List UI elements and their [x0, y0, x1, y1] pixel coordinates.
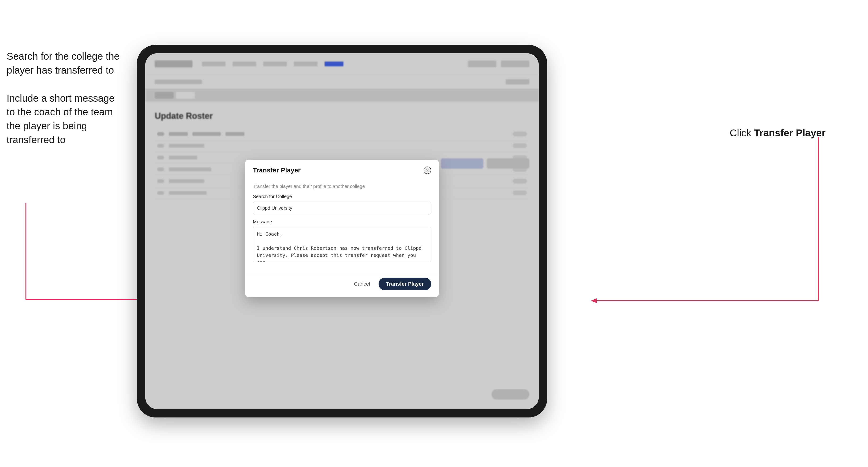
- search-college-input[interactable]: [253, 201, 431, 214]
- modal-title: Transfer Player: [253, 166, 301, 174]
- transfer-player-button[interactable]: Transfer Player: [379, 278, 431, 290]
- cancel-button[interactable]: Cancel: [350, 279, 374, 289]
- search-college-group: Search for College: [253, 194, 431, 214]
- tablet-screen: Update Roster: [145, 53, 539, 409]
- annotation-click-prefix: Click: [730, 127, 754, 138]
- annotation-right: Click Transfer Player: [730, 127, 826, 139]
- search-college-label: Search for College: [253, 194, 431, 199]
- svg-marker-5: [591, 299, 597, 303]
- modal-footer: Cancel Transfer Player: [245, 274, 439, 297]
- modal-subtitle: Transfer the player and their profile to…: [253, 184, 431, 189]
- message-group: Message: [253, 219, 431, 263]
- annotation-message-text: Include a short message to the coach of …: [7, 93, 115, 145]
- message-textarea[interactable]: [253, 227, 431, 262]
- modal-body: Transfer the player and their profile to…: [245, 178, 439, 274]
- annotation-left: Search for the college the player has tr…: [7, 50, 129, 147]
- transfer-player-modal[interactable]: Transfer Player × Transfer the player an…: [245, 160, 439, 297]
- annotation-search-text: Search for the college the player has tr…: [7, 51, 120, 76]
- tablet-frame: Update Roster: [137, 45, 547, 417]
- annotation-transfer-bold: Transfer Player: [754, 127, 826, 138]
- modal-close-button[interactable]: ×: [424, 166, 431, 174]
- modal-header: Transfer Player ×: [245, 160, 439, 178]
- message-label: Message: [253, 219, 431, 224]
